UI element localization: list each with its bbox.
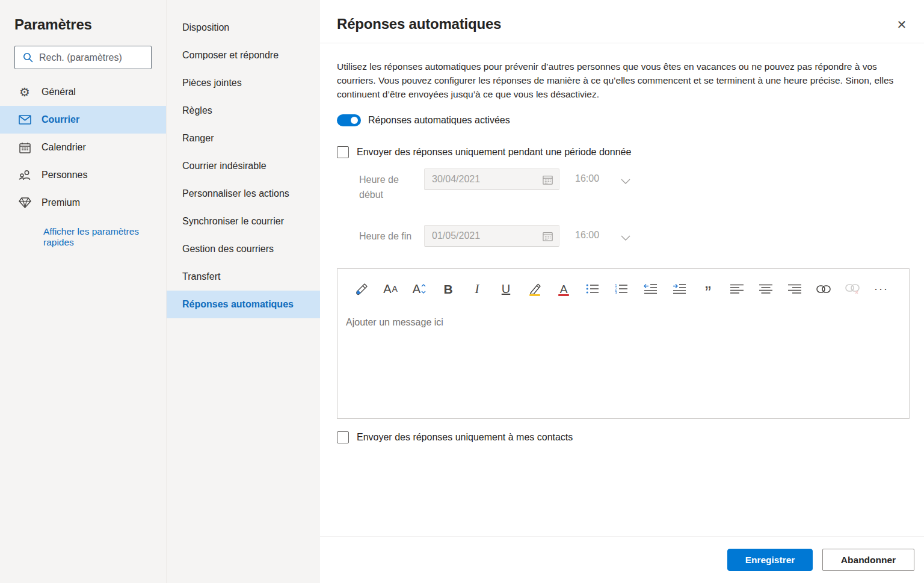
end-time-row: Heure de fin 01/05/2021 16:00 <box>359 225 910 247</box>
start-time-value[interactable]: 16:00 <box>575 168 599 184</box>
contacts-checkbox[interactable] <box>337 431 349 443</box>
panel-header: Réponses automatiques ✕ <box>320 0 924 43</box>
nav-item-personnaliser-actions[interactable]: Personnaliser les actions <box>167 180 320 208</box>
nav-item-courrier-indesirable[interactable]: Courrier indésirable <box>167 152 320 180</box>
svg-text:3: 3 <box>615 291 617 295</box>
sidebar-item-people[interactable]: Personnes <box>0 161 166 189</box>
nav-item-reponses-automatiques[interactable]: Réponses automatiques <box>167 291 320 318</box>
sidebar-item-calendar[interactable]: Calendrier <box>0 134 166 161</box>
numbered-list-icon[interactable]: 123 <box>614 281 629 297</box>
font-color-icon[interactable]: A <box>556 281 571 297</box>
diamond-icon <box>18 197 31 208</box>
chevron-down-icon[interactable] <box>621 225 630 243</box>
sidebar-nav-list: ⚙ Général Courrier Calendrier Personnes <box>0 78 166 217</box>
nav-item-ranger[interactable]: Ranger <box>167 125 320 152</box>
quick-settings-link[interactable]: Afficher les paramètres rapides <box>43 226 143 248</box>
save-button[interactable]: Enregistrer <box>727 549 813 571</box>
close-icon[interactable]: ✕ <box>894 17 910 32</box>
start-time-label: Heure de début <box>359 168 424 202</box>
auto-replies-toggle[interactable] <box>337 114 361 126</box>
search-input[interactable] <box>39 52 138 63</box>
nav-item-transfert[interactable]: Transfert <box>167 263 320 291</box>
sidebar-item-general[interactable]: ⚙ Général <box>0 78 166 106</box>
align-right-icon[interactable] <box>787 281 802 297</box>
sidebar-item-label: Personnes <box>42 170 88 180</box>
toggle-knob <box>351 117 358 124</box>
bold-icon[interactable]: B <box>441 281 455 297</box>
bullet-list-icon[interactable] <box>585 281 600 297</box>
calendar-icon <box>543 231 553 241</box>
formatting-toolbar: AA A B I U A <box>337 269 909 297</box>
period-date-section: Heure de début 30/04/2021 16:00 Heure de… <box>359 168 910 247</box>
underline-icon[interactable]: U <box>499 281 513 297</box>
gear-icon: ⚙ <box>18 86 31 98</box>
chevron-down-icon[interactable] <box>621 168 630 187</box>
settings-search[interactable] <box>14 46 152 69</box>
discard-button[interactable]: Abandonner <box>822 549 914 571</box>
nav-item-synchroniser[interactable]: Synchroniser le courrier <box>167 208 320 235</box>
calendar-icon <box>18 142 31 153</box>
start-date-field[interactable]: 30/04/2021 <box>424 168 559 190</box>
settings-sidebar: Paramètres ⚙ Général Courrier <box>0 0 167 583</box>
toggle-label: Réponses automatiques activées <box>368 115 510 126</box>
auto-replies-toggle-row: Réponses automatiques activées <box>337 114 910 126</box>
nav-item-regles[interactable]: Règles <box>167 97 320 125</box>
indent-icon[interactable] <box>672 281 686 297</box>
search-icon <box>23 52 33 63</box>
align-left-icon[interactable] <box>730 281 744 297</box>
panel-footer: Enregistrer Abandonner <box>320 536 924 583</box>
more-options-icon[interactable]: ··· <box>874 281 889 297</box>
settings-title: Paramètres <box>14 16 166 33</box>
panel-body: Utilisez les réponses automatiques pour … <box>320 60 924 443</box>
end-time-label: Heure de fin <box>359 225 424 244</box>
sidebar-item-mail[interactable]: Courrier <box>0 106 166 134</box>
sidebar-item-premium[interactable]: Premium <box>0 189 166 217</box>
outdent-icon[interactable] <box>643 281 658 297</box>
highlight-color-bar <box>529 294 540 296</box>
sidebar-item-label: Calendrier <box>42 142 86 153</box>
highlight-icon[interactable] <box>528 281 542 297</box>
quote-icon[interactable]: ” <box>701 281 715 297</box>
nav-item-disposition[interactable]: Disposition <box>167 14 320 42</box>
editor-placeholder[interactable]: Ajouter un message ici <box>346 317 909 328</box>
format-painter-icon[interactable] <box>354 281 369 297</box>
end-date-field[interactable]: 01/05/2021 <box>424 225 559 247</box>
sidebar-item-label: Courrier <box>42 114 79 125</box>
contacts-checkbox-row: Envoyer des réponses uniquement à mes co… <box>337 431 910 443</box>
unlink-icon[interactable] <box>845 281 860 297</box>
message-editor[interactable]: AA A B I U A <box>337 268 910 419</box>
contacts-checkbox-label: Envoyer des réponses uniquement à mes co… <box>357 432 573 443</box>
period-checkbox-label: Envoyer des réponses uniquement pendant … <box>357 147 631 158</box>
mail-icon <box>18 115 31 125</box>
font-icon[interactable]: AA <box>383 281 398 297</box>
nav-item-pieces-jointes[interactable]: Pièces jointes <box>167 69 320 97</box>
link-icon[interactable] <box>816 281 831 297</box>
sidebar-item-label: Général <box>42 87 76 97</box>
mail-settings-nav: Disposition Composer et répondre Pièces … <box>167 0 320 583</box>
panel-title: Réponses automatiques <box>320 0 924 32</box>
italic-icon[interactable]: I <box>470 281 484 297</box>
auto-replies-panel: Réponses automatiques ✕ Utilisez les rép… <box>320 0 924 583</box>
align-center-icon[interactable] <box>759 281 773 297</box>
nav-item-composer[interactable]: Composer et répondre <box>167 42 320 69</box>
period-checkbox[interactable] <box>337 146 349 158</box>
font-size-icon[interactable]: A <box>412 281 427 297</box>
calendar-icon <box>543 174 553 185</box>
start-date-value: 30/04/2021 <box>432 174 543 185</box>
people-icon <box>18 170 31 180</box>
period-checkbox-row: Envoyer des réponses uniquement pendant … <box>337 146 910 158</box>
font-color-bar <box>558 294 569 296</box>
settings-dialog: Paramètres ⚙ Général Courrier <box>0 0 924 583</box>
description-text: Utilisez les réponses automatiques pour … <box>337 60 899 101</box>
start-time-row: Heure de début 30/04/2021 16:00 <box>359 168 910 202</box>
sidebar-item-label: Premium <box>42 197 80 208</box>
nav-item-gestion-courriers[interactable]: Gestion des courriers <box>167 235 320 263</box>
end-time-value[interactable]: 16:00 <box>575 225 599 241</box>
end-date-value: 01/05/2021 <box>432 230 543 241</box>
